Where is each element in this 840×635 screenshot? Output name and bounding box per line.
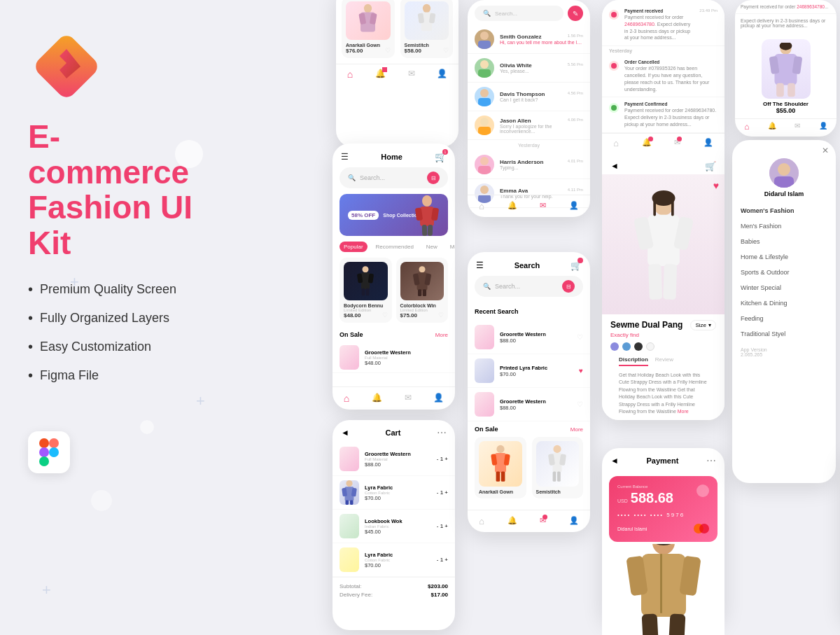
- s6-notif-nav-home[interactable]: ⌂: [613, 138, 619, 148]
- msg-item-3[interactable]: Davis Thompson 4.56 Pm Can I get it back…: [468, 83, 590, 111]
- top-nav-home[interactable]: ⌂: [744, 122, 749, 132]
- tab-recommended[interactable]: Recommended: [372, 242, 418, 252]
- card-number: •••• •••• •••• 5976: [617, 512, 709, 518]
- search-result-1[interactable]: Groorette Western $88.00 ♡: [468, 321, 590, 354]
- sale-product-1: Anarkali Gown: [475, 437, 526, 498]
- search-heart-3[interactable]: ♡: [577, 400, 583, 408]
- color-2[interactable]: [622, 342, 631, 351]
- search-result-2[interactable]: Printed Lyra Fabric $70.00 ♥: [468, 354, 590, 388]
- cat-babies[interactable]: Babies: [732, 234, 836, 249]
- deco-circle-1: [175, 140, 203, 168]
- svg-point-56: [554, 445, 561, 452]
- tab-review[interactable]: Review: [655, 356, 673, 366]
- cat-kitchen[interactable]: Kitchen & Dining: [732, 295, 836, 311]
- tab-description[interactable]: Discription: [619, 356, 648, 366]
- size-dropdown[interactable]: ▾: [708, 322, 711, 328]
- search-heart-2[interactable]: ♥: [579, 367, 583, 375]
- svg-rect-37: [350, 501, 354, 505]
- msg-item-5[interactable]: Harris Anderson 4.01 Pm Typing...: [468, 151, 590, 179]
- s6-notif-nav-user[interactable]: 👤: [704, 138, 713, 148]
- search-img-3: [475, 392, 494, 417]
- s5-nav-home[interactable]: ⌂: [479, 516, 484, 526]
- s2-nav-user[interactable]: 👤: [433, 393, 444, 404]
- msg-item-4[interactable]: Jason Allen 4.06 Pm Sorry I apologize fo…: [468, 111, 590, 140]
- cart-menu-icon[interactable]: ⋯: [437, 427, 447, 438]
- product-2-name: Semistitch: [405, 43, 449, 48]
- detail-cart-icon[interactable]: 🛒: [705, 161, 716, 172]
- msg-edit-btn[interactable]: ✎: [568, 6, 583, 21]
- cart-back-icon[interactable]: ◄: [341, 428, 349, 438]
- s2-nav-home[interactable]: ⌂: [344, 393, 349, 404]
- on-sale-title: On Sale: [340, 331, 363, 338]
- s5-nav-bell[interactable]: 🔔: [507, 516, 517, 526]
- svg-rect-41: [478, 69, 491, 78]
- search-onsale-more[interactable]: More: [570, 426, 583, 433]
- menu-icon[interactable]: ☰: [341, 152, 349, 162]
- svg-rect-39: [478, 41, 491, 49]
- detail-heart[interactable]: ♥: [713, 180, 719, 191]
- s5-nav-mail[interactable]: ✉: [540, 516, 546, 526]
- payment-back-icon[interactable]: ◄: [610, 456, 619, 466]
- msg-item-1[interactable]: Smith Gonzalez 1.56 Pm Hi, can you tell …: [468, 25, 590, 54]
- s6-notif-nav-bell[interactable]: 🔔: [642, 138, 652, 148]
- feature-3: Easy Customization: [28, 339, 196, 355]
- s4-nav-mail[interactable]: ✉: [540, 201, 546, 211]
- heart-colorblock[interactable]: ♡: [438, 312, 444, 319]
- cat-womens[interactable]: Women's Fashion: [732, 203, 836, 218]
- card-chip: [696, 484, 709, 497]
- qty-1[interactable]: - 1 +: [437, 456, 448, 462]
- svg-point-5: [49, 447, 59, 457]
- cart-icon-wrap[interactable]: 🛒 1: [435, 151, 447, 163]
- tab-mostv[interactable]: Most V: [446, 242, 455, 252]
- search-heart-1[interactable]: ♡: [577, 333, 583, 341]
- svg-rect-45: [478, 127, 491, 135]
- heart-icon-2[interactable]: ♡: [443, 47, 449, 54]
- color-3[interactable]: [634, 342, 643, 351]
- size-selector[interactable]: Size ▾: [690, 320, 716, 330]
- svg-point-40: [480, 60, 489, 69]
- payment-menu[interactable]: ⋯: [706, 455, 716, 466]
- search-menu-icon[interactable]: ☰: [476, 260, 484, 270]
- cat-winter[interactable]: Winter Special: [732, 280, 836, 295]
- nav-user-icon[interactable]: 👤: [437, 69, 447, 80]
- tab-new[interactable]: New: [422, 242, 442, 252]
- search-result-3[interactable]: Groorette Western $88.00 ♡: [468, 388, 590, 421]
- heart-icon-1[interactable]: ♡: [385, 47, 391, 54]
- s2-nav-bell[interactable]: 🔔: [372, 393, 382, 404]
- qty-4[interactable]: - 1 +: [437, 557, 448, 563]
- top-nav-user[interactable]: 👤: [819, 122, 827, 132]
- s2-nav-mail[interactable]: ✉: [405, 393, 412, 404]
- s4-nav-bell[interactable]: 🔔: [507, 201, 517, 211]
- detail-product-name: Sewme Dual Pang: [610, 320, 682, 330]
- heart-bodycorn[interactable]: ♡: [382, 312, 388, 319]
- nav-bell-icon[interactable]: 🔔: [375, 69, 386, 80]
- close-icon-cat[interactable]: ✕: [822, 146, 829, 155]
- cat-traditional[interactable]: Traditional Styel: [732, 326, 836, 342]
- tab-popular[interactable]: Popular: [340, 242, 368, 252]
- qty-3[interactable]: - 1 +: [437, 523, 448, 529]
- detail-back-icon[interactable]: ◄: [610, 161, 619, 171]
- nav-home-icon[interactable]: ⌂: [347, 69, 353, 80]
- filter-btn-s5[interactable]: ⊟: [562, 280, 575, 293]
- svg-rect-31: [423, 289, 426, 296]
- s6-notif-nav-mail[interactable]: ✉: [674, 138, 680, 148]
- cat-home[interactable]: Home & Lifestyle: [732, 249, 836, 265]
- msg-item-2[interactable]: Olivia White 5.56 Pm Yes, please...: [468, 54, 590, 83]
- cat-mens[interactable]: Men's Fashion: [732, 218, 836, 234]
- s4-nav-user[interactable]: 👤: [569, 201, 579, 211]
- on-sale-more[interactable]: More: [435, 332, 448, 338]
- color-1[interactable]: [610, 342, 619, 351]
- top-nav-bell[interactable]: 🔔: [768, 122, 776, 132]
- color-4[interactable]: [646, 342, 654, 351]
- msg-search-icon: 🔍: [483, 10, 491, 17]
- svg-rect-93: [660, 554, 662, 613]
- top-nav-mail[interactable]: ✉: [794, 122, 800, 132]
- cat-sports[interactable]: Sports & Outdoor: [732, 265, 836, 280]
- nav-mail-icon[interactable]: ✉: [408, 69, 415, 80]
- cat-feeding[interactable]: Feeding: [732, 311, 836, 326]
- search-cart-wrap[interactable]: 🛒: [570, 259, 582, 272]
- s5-nav-user[interactable]: 👤: [569, 516, 579, 526]
- filter-btn-home[interactable]: ⊟: [427, 172, 440, 184]
- s4-nav-home[interactable]: ⌂: [479, 201, 484, 211]
- qty-2[interactable]: - 1 +: [437, 489, 448, 496]
